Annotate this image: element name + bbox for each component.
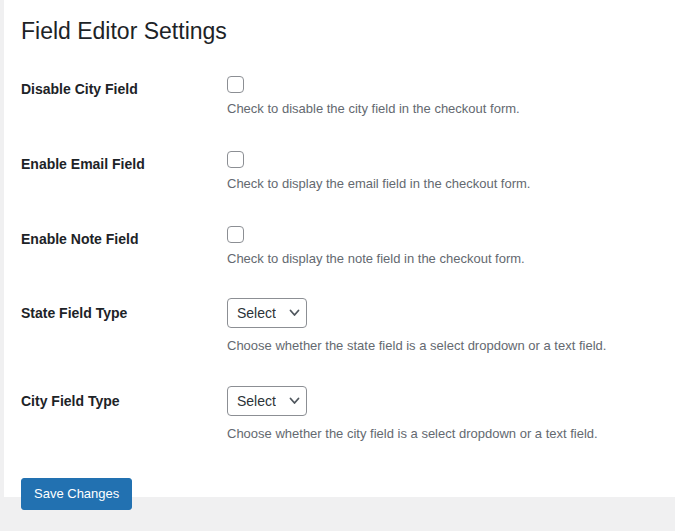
page-title: Field Editor Settings [21,8,655,56]
settings-page: Field Editor Settings Disable City Field… [0,0,675,531]
field-description: Check to disable the city field in the c… [227,100,645,119]
settings-form-table: Disable City Field Check to disable the … [21,60,655,460]
enable-note-checkbox[interactable] [227,226,244,243]
field-label-enable-note: Enable Note Field [21,210,227,285]
field-description: Check to display the note field in the c… [227,250,645,269]
field-label-state-field-type: State Field Type [21,284,227,372]
table-row-city-field-type: City Field Type Select Choose whether th… [21,372,655,460]
settings-card: Field Editor Settings Disable City Field… [4,0,675,497]
field-control-cell: Check to display the email field in the … [227,135,655,210]
field-control-cell: Check to disable the city field in the c… [227,60,655,135]
field-description: Choose whether the state field is a sele… [227,337,645,356]
field-control-cell: Check to display the note field in the c… [227,210,655,285]
city-field-type-select[interactable]: Select [227,386,307,416]
disable-city-checkbox[interactable] [227,76,244,93]
field-control-cell: Select Choose whether the state field is… [227,284,655,372]
state-field-type-select[interactable]: Select [227,298,307,328]
field-control-cell: Select Choose whether the city field is … [227,372,655,460]
field-description: Choose whether the city field is a selec… [227,425,645,444]
table-row-state-field-type: State Field Type Select Choose whether t… [21,284,655,372]
table-row-enable-email: Enable Email Field Check to display the … [21,135,655,210]
save-changes-button[interactable]: Save Changes [21,478,132,510]
field-label-city-field-type: City Field Type [21,372,227,460]
enable-email-checkbox[interactable] [227,151,244,168]
table-row-enable-note: Enable Note Field Check to display the n… [21,210,655,285]
city-field-type-select-wrap: Select [227,386,307,416]
field-description: Check to display the email field in the … [227,175,645,194]
state-field-type-select-wrap: Select [227,298,307,328]
submit-row: Save Changes [21,478,655,510]
field-label-disable-city: Disable City Field [21,60,227,135]
table-row-disable-city: Disable City Field Check to disable the … [21,60,655,135]
field-label-enable-email: Enable Email Field [21,135,227,210]
